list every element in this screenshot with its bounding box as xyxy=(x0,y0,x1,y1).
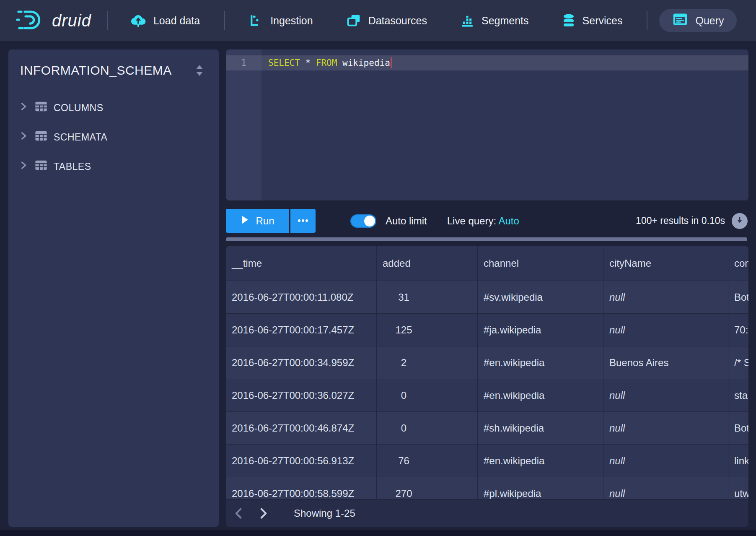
results-body: 2016-06-27T00:00:11.080Z31#sv.wikipedian… xyxy=(226,281,748,510)
table-grid-icon xyxy=(34,159,48,174)
horizontal-scrollbar[interactable] xyxy=(226,237,747,241)
schema-tree: COLUMNS SCHEMATA xyxy=(8,93,219,181)
previous-page-button[interactable] xyxy=(229,504,248,523)
column-header-time[interactable]: __time xyxy=(226,246,377,281)
editor-gutter xyxy=(226,49,261,200)
chevron-right-icon xyxy=(18,101,28,114)
cell-__time[interactable]: 2016-06-27T00:00:56.913Z xyxy=(226,445,377,477)
navbar-divider xyxy=(647,11,647,30)
column-header-added[interactable]: added xyxy=(377,246,478,281)
cell-__time[interactable]: 2016-06-27T00:00:17.457Z xyxy=(226,314,377,346)
cell-added[interactable]: 125 xyxy=(377,314,478,346)
column-header-comment[interactable]: comment xyxy=(728,246,748,281)
nav-item-query[interactable]: Query xyxy=(659,9,736,32)
cell-__time[interactable]: 2016-06-27T00:00:11.080Z xyxy=(226,281,377,313)
chevron-right-icon xyxy=(18,160,28,173)
query-toolbar: Run Auto limit Live query: Auto 100+ res… xyxy=(226,209,748,233)
cell-added[interactable]: 2 xyxy=(377,346,478,379)
editor-line-number: 1 xyxy=(226,55,261,70)
table-row: 2016-06-27T00:00:36.027Z0#en.wikipedianu… xyxy=(226,379,748,412)
table-row: 2016-06-27T00:00:56.913Z76#en.wikipedian… xyxy=(226,445,748,477)
cell-added[interactable]: 76 xyxy=(377,445,478,477)
cell-channel[interactable]: #en.wikipedia xyxy=(478,379,603,411)
cell-cityName[interactable]: null xyxy=(603,314,728,346)
nav-item-datasources[interactable]: Datasources xyxy=(342,13,431,28)
sql-code-line: SELECT * FROM wikipedia xyxy=(268,55,392,70)
nav-item-label: Services xyxy=(583,15,623,27)
column-header-cityname[interactable]: cityName xyxy=(603,246,728,281)
nav-item-label: Ingestion xyxy=(270,15,313,27)
tree-item-label: TABLES xyxy=(54,161,91,172)
cell-added[interactable]: 0 xyxy=(377,412,478,444)
run-more-button[interactable] xyxy=(290,209,316,233)
live-query-value[interactable]: Auto xyxy=(498,215,519,226)
cell-channel[interactable]: #sh.wikipedia xyxy=(478,412,603,444)
tree-item-columns[interactable]: COLUMNS xyxy=(8,93,219,122)
tree-item-tables[interactable]: TABLES xyxy=(8,152,219,181)
navbar-divider xyxy=(107,11,108,30)
nav-item-label: Query xyxy=(695,15,724,27)
table-grid-icon xyxy=(34,101,48,115)
cell-comment[interactable]: 70: xyxy=(728,314,748,346)
table-row: 2016-06-27T00:00:46.874Z0#sh.wikipedianu… xyxy=(226,412,748,445)
results-summary: 100+ results in 0.10s xyxy=(636,215,725,226)
cell-channel[interactable]: #sv.wikipedia xyxy=(478,281,603,313)
cell-cityName[interactable]: Buenos Aires xyxy=(603,346,728,379)
cell-channel[interactable]: #en.wikipedia xyxy=(478,445,603,477)
cloud-upload-icon xyxy=(130,14,147,27)
nav-item-label: Load data xyxy=(153,15,200,27)
results-header-row: __time added channel cityName comment xyxy=(226,246,748,281)
cell-cityName[interactable]: null xyxy=(603,281,728,313)
nav-item-segments[interactable]: Segments xyxy=(456,13,533,28)
cell-cityName[interactable]: null xyxy=(603,445,728,477)
cell-channel[interactable]: #en.wikipedia xyxy=(478,346,603,379)
schema-sort-button[interactable] xyxy=(190,61,209,80)
console-icon xyxy=(672,12,689,29)
more-ellipsis-icon xyxy=(297,218,309,224)
bottom-edge xyxy=(0,530,756,536)
run-label: Run xyxy=(256,215,274,227)
nav-item-services[interactable]: Services xyxy=(557,13,627,28)
cell-comment[interactable]: sta xyxy=(728,379,748,411)
toggle-knob xyxy=(364,216,375,226)
cell-comment[interactable]: Bot xyxy=(728,412,748,444)
results-panel: __time added channel cityName comment 20… xyxy=(226,246,748,527)
cell-added[interactable]: 31 xyxy=(377,281,478,313)
schema-title: INFORMATION_SCHEMA xyxy=(20,63,172,78)
druid-logo-icon xyxy=(16,8,47,33)
cell-comment[interactable]: link xyxy=(728,445,748,477)
cell-__time[interactable]: 2016-06-27T00:00:34.959Z xyxy=(226,346,377,379)
auto-limit-label: Auto limit xyxy=(386,215,427,227)
download-button[interactable] xyxy=(732,213,748,229)
database-icon xyxy=(562,13,576,28)
top-navbar: druid Load data xyxy=(0,0,756,41)
cell-cityName[interactable]: null xyxy=(603,379,728,411)
schema-sidebar: INFORMATION_SCHEMA xyxy=(8,49,219,527)
cell-cityName[interactable]: null xyxy=(603,412,728,444)
cell-comment[interactable]: Bot xyxy=(728,281,748,313)
stacked-chart-icon xyxy=(460,13,475,28)
multi-select-icon xyxy=(346,13,362,28)
cell-added[interactable]: 0 xyxy=(377,379,478,411)
cell-__time[interactable]: 2016-06-27T00:00:36.027Z xyxy=(226,379,377,411)
cell-comment[interactable]: /* S xyxy=(728,346,748,379)
column-header-channel[interactable]: channel xyxy=(478,246,603,281)
tree-item-schemata[interactable]: SCHEMATA xyxy=(8,122,219,152)
cell-__time[interactable]: 2016-06-27T00:00:46.874Z xyxy=(226,412,377,444)
next-page-button[interactable] xyxy=(254,504,273,523)
table-grid-icon xyxy=(34,130,48,144)
pagination-bar: Showing 1-25 xyxy=(226,499,748,527)
nav-item-load-data[interactable]: Load data xyxy=(126,14,204,27)
table-row: 2016-06-27T00:00:17.457Z125#ja.wikipedia… xyxy=(226,314,748,346)
cell-channel[interactable]: #ja.wikipedia xyxy=(478,314,603,346)
tree-item-label: SCHEMATA xyxy=(54,132,107,143)
play-icon xyxy=(241,215,249,227)
sql-editor[interactable]: 1 SELECT * FROM wikipedia xyxy=(226,49,748,200)
auto-limit-toggle[interactable] xyxy=(350,214,376,228)
nav-item-label: Datasources xyxy=(368,15,427,27)
nav-item-ingestion[interactable]: Ingestion xyxy=(244,13,317,28)
druid-logo[interactable]: druid xyxy=(16,8,91,33)
navbar-divider xyxy=(224,11,225,30)
run-button[interactable]: Run xyxy=(226,209,289,233)
table-row: 2016-06-27T00:00:34.959Z2#en.wikipediaBu… xyxy=(226,346,748,379)
